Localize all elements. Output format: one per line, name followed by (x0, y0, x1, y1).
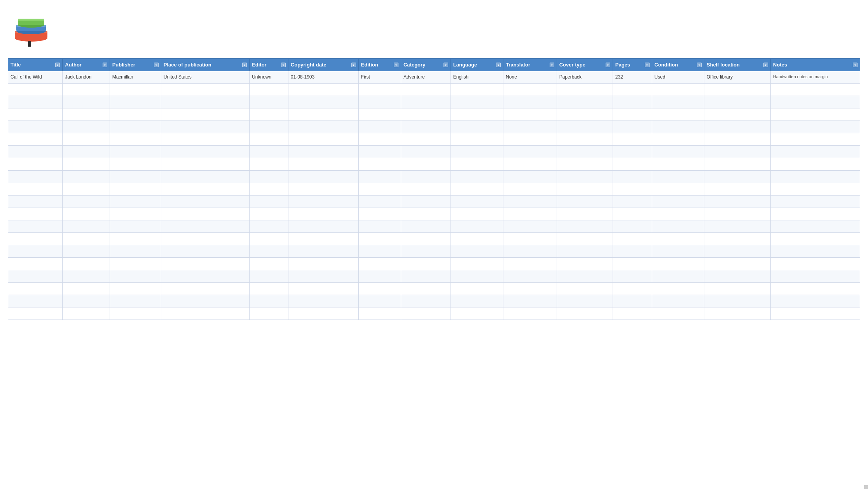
cell-cover_type[interactable] (557, 108, 613, 121)
cell-pages[interactable] (613, 245, 652, 258)
cell-edition[interactable] (358, 270, 401, 283)
cell-copyright_date[interactable] (288, 133, 358, 146)
cell-language[interactable] (451, 171, 503, 183)
cell-category[interactable] (401, 233, 451, 245)
cell-shelf_location[interactable] (704, 233, 770, 245)
cell-edition[interactable] (358, 158, 401, 171)
cell-pages[interactable] (613, 208, 652, 220)
cell-editor[interactable] (250, 183, 288, 196)
cell-condition[interactable] (652, 196, 704, 208)
cell-pages[interactable] (613, 121, 652, 133)
cell-title[interactable] (8, 84, 63, 96)
cell-edition[interactable] (358, 220, 401, 233)
cell-title[interactable] (8, 171, 63, 183)
cell-condition[interactable] (652, 146, 704, 158)
cell-copyright_date[interactable] (288, 295, 358, 307)
cell-place_of_publication[interactable] (161, 84, 249, 96)
cell-pages[interactable] (613, 158, 652, 171)
cell-publisher[interactable] (110, 258, 161, 270)
cell-editor[interactable] (250, 146, 288, 158)
filter-icon-notes[interactable] (853, 63, 858, 67)
cell-edition[interactable] (358, 84, 401, 96)
cell-category[interactable] (401, 158, 451, 171)
filter-icon-editor[interactable] (281, 63, 286, 67)
cell-editor[interactable] (250, 245, 288, 258)
cell-shelf_location[interactable]: Office library (704, 71, 770, 84)
cell-pages[interactable]: 232 (613, 71, 652, 84)
cell-cover_type[interactable] (557, 183, 613, 196)
cell-cover_type[interactable] (557, 84, 613, 96)
filter-icon-publisher[interactable] (154, 63, 159, 67)
cell-title[interactable] (8, 121, 63, 133)
cell-translator[interactable]: None (503, 71, 557, 84)
cell-author[interactable] (63, 146, 110, 158)
cell-category[interactable] (401, 295, 451, 307)
cell-copyright_date[interactable] (288, 245, 358, 258)
filter-icon-copyright_date[interactable] (351, 63, 356, 67)
cell-copyright_date[interactable] (288, 108, 358, 121)
filter-icon-condition[interactable] (697, 63, 702, 67)
cell-author[interactable] (63, 196, 110, 208)
cell-title[interactable] (8, 196, 63, 208)
cell-translator[interactable] (503, 208, 557, 220)
cell-cover_type[interactable] (557, 295, 613, 307)
cell-translator[interactable] (503, 183, 557, 196)
cell-copyright_date[interactable] (288, 258, 358, 270)
cell-editor[interactable] (250, 208, 288, 220)
cell-language[interactable] (451, 270, 503, 283)
cell-author[interactable] (63, 84, 110, 96)
cell-edition[interactable] (358, 245, 401, 258)
cell-shelf_location[interactable] (704, 133, 770, 146)
cell-category[interactable] (401, 283, 451, 295)
cell-shelf_location[interactable] (704, 208, 770, 220)
cell-title[interactable] (8, 108, 63, 121)
cell-notes[interactable] (770, 258, 860, 270)
cell-cover_type[interactable] (557, 233, 613, 245)
cell-category[interactable] (401, 171, 451, 183)
cell-category[interactable] (401, 245, 451, 258)
cell-notes[interactable] (770, 307, 860, 320)
cell-cover_type[interactable] (557, 270, 613, 283)
cell-edition[interactable] (358, 96, 401, 108)
cell-notes[interactable] (770, 121, 860, 133)
filter-icon-cover_type[interactable] (606, 63, 610, 67)
cell-publisher[interactable] (110, 84, 161, 96)
cell-editor[interactable] (250, 158, 288, 171)
cell-translator[interactable] (503, 283, 557, 295)
cell-language[interactable] (451, 84, 503, 96)
cell-editor[interactable] (250, 258, 288, 270)
cell-editor[interactable] (250, 108, 288, 121)
cell-shelf_location[interactable] (704, 196, 770, 208)
cell-shelf_location[interactable] (704, 283, 770, 295)
cell-author[interactable] (63, 245, 110, 258)
cell-copyright_date[interactable] (288, 283, 358, 295)
cell-author[interactable] (63, 108, 110, 121)
cell-author[interactable] (63, 208, 110, 220)
cell-shelf_location[interactable] (704, 158, 770, 171)
filter-icon-category[interactable] (444, 63, 448, 67)
cell-category[interactable]: Adventure (401, 71, 451, 84)
cell-pages[interactable] (613, 96, 652, 108)
cell-notes[interactable] (770, 270, 860, 283)
cell-copyright_date[interactable] (288, 196, 358, 208)
cell-copyright_date[interactable] (288, 183, 358, 196)
filter-icon-translator[interactable] (550, 63, 554, 67)
cell-copyright_date[interactable] (288, 146, 358, 158)
cell-language[interactable] (451, 295, 503, 307)
cell-pages[interactable] (613, 146, 652, 158)
cell-publisher[interactable] (110, 233, 161, 245)
cell-condition[interactable] (652, 84, 704, 96)
cell-place_of_publication[interactable] (161, 96, 249, 108)
cell-publisher[interactable] (110, 283, 161, 295)
cell-copyright_date[interactable] (288, 233, 358, 245)
cell-title[interactable] (8, 258, 63, 270)
cell-title[interactable] (8, 208, 63, 220)
cell-cover_type[interactable] (557, 208, 613, 220)
cell-edition[interactable]: First (358, 71, 401, 84)
cell-language[interactable] (451, 245, 503, 258)
cell-cover_type[interactable] (557, 220, 613, 233)
cell-copyright_date[interactable] (288, 270, 358, 283)
filter-icon-title[interactable] (55, 63, 60, 67)
cell-translator[interactable] (503, 158, 557, 171)
cell-author[interactable] (63, 121, 110, 133)
